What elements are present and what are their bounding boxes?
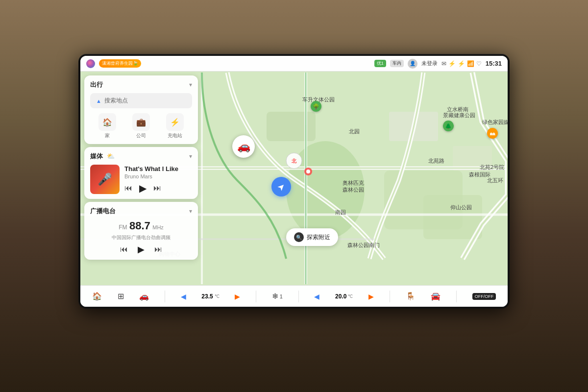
- left-arrow-button[interactable]: ◀: [181, 293, 186, 300]
- radio-frequency-value: 88.7: [129, 220, 150, 232]
- screen-bezel: 潇湘曾府养生园🍃 优1 车内 👤 未登录 ✉ ⚡ ⚡ 📶 ♡ 15:31: [78, 54, 510, 309]
- radio-play-button[interactable]: ▶: [138, 244, 145, 255]
- charge-icon: ⚡: [166, 113, 184, 131]
- search-icon: ▲: [96, 98, 101, 104]
- signal-icon: 📶: [467, 60, 474, 67]
- radio-station-name: 中国国际广播电台劲曲调频: [90, 234, 192, 241]
- car-mode-button[interactable]: 🚘: [431, 292, 441, 301]
- right-arrow-ac-icon: ▶: [235, 293, 240, 300]
- left-arrow-icon: ◀: [181, 293, 186, 300]
- shortcut-charge[interactable]: ⚡ 充电站: [166, 113, 184, 139]
- right-arrow-rear-button[interactable]: ▶: [368, 293, 374, 300]
- onoff-button[interactable]: OFF/OFF: [472, 293, 496, 300]
- map-label-greenvillage: 绿色家园媒体村: [482, 119, 508, 126]
- shortcut-charge-label: 充电站: [168, 132, 182, 139]
- left-arrow-rear-button[interactable]: ◀: [314, 293, 319, 300]
- media-prev-button[interactable]: ⏮: [124, 184, 132, 193]
- car-bottom-icon: 🚗: [139, 292, 149, 301]
- user-login-status[interactable]: 未登录: [421, 60, 438, 67]
- status-left: 潇湘曾府养生园🍃: [86, 59, 141, 68]
- fan-button[interactable]: ❄ 1: [272, 292, 283, 301]
- radio-card: 广播电台 ▾ FM 88.7 MHz 中国国际广播电台劲曲调频 ⏮ ▶ ⏭: [84, 202, 198, 260]
- grid-icon: ⊞: [118, 292, 124, 301]
- right-arrow-rear-icon: ▶: [368, 293, 374, 300]
- search-place-button[interactable]: ▲ 搜索地点: [90, 93, 192, 108]
- ac-temp-unit: ℃: [215, 294, 220, 299]
- priority-badge: 优1: [374, 60, 386, 67]
- media-info: That's What I Like Bruno Mars ⏮ ▶ ⏭: [124, 165, 192, 194]
- status-bar: 潇湘曾府养生园🍃 优1 车内 👤 未登录 ✉ ⚡ ⚡ 📶 ♡ 15:31: [80, 56, 508, 72]
- divider-2: [256, 291, 256, 302]
- left-arrow-rear-icon: ◀: [314, 293, 319, 300]
- media-play-button[interactable]: ▶: [139, 182, 147, 194]
- shortcut-home[interactable]: 🏠 家: [98, 113, 116, 139]
- svg-text:北: 北: [291, 158, 297, 164]
- screen: 潇湘曾府养生园🍃 优1 车内 👤 未登录 ✉ ⚡ ⚡ 📶 ♡ 15:31: [80, 56, 508, 307]
- user-avatar[interactable]: 👤: [408, 59, 417, 69]
- map-label-beiyuan: 北园: [349, 128, 360, 135]
- media-controls: ⏮ ▶ ⏭: [124, 182, 192, 194]
- map-label-beiyuanlu: 北苑路: [428, 157, 444, 165]
- radio-prev-button[interactable]: ⏮: [120, 245, 128, 254]
- heart-icon: ♡: [476, 60, 482, 67]
- map-label-jinghealthpark: 景藏健康公园: [443, 112, 475, 119]
- interior-badge: 车内: [390, 60, 404, 67]
- nav-card-title: 出行: [90, 80, 103, 89]
- track-artist: Bruno Mars: [124, 173, 192, 179]
- radio-next-button[interactable]: ⏭: [154, 245, 162, 254]
- radio-card-header: 广播电台 ▾: [90, 207, 192, 216]
- home-icon: 🏠: [98, 113, 116, 131]
- nav-card-chevron-icon[interactable]: ▾: [189, 81, 192, 88]
- album-art: 🎤: [90, 165, 120, 194]
- media-card-chevron-icon[interactable]: ▾: [189, 153, 192, 160]
- media-card-title: 媒体 ⛅: [90, 152, 115, 161]
- grid-nav-button[interactable]: ⊞: [118, 292, 124, 301]
- album-art-figure-icon: 🎤: [98, 172, 112, 186]
- status-icons: ✉ ⚡ ⚡ 📶 ♡: [441, 60, 482, 67]
- fan-level: 1: [280, 294, 283, 299]
- car-nav-button[interactable]: 🚗: [139, 292, 149, 301]
- radio-controls: ⏮ ▶ ⏭: [90, 244, 192, 255]
- poi-jinghealthpark: 🌲: [443, 121, 454, 131]
- media-next-button[interactable]: ⏭: [153, 184, 161, 193]
- map-label-nanyuan: 南园: [335, 209, 346, 216]
- divider-3: [298, 291, 299, 302]
- rear-temp-value: 20.0: [335, 293, 346, 300]
- media-card: 媒体 ⛅ ▾ 🎤 That's What I Like Bruno Mars: [84, 147, 198, 199]
- bottom-bar: 🏠 ⊞ 🚗 ◀ 23.5 ℃ ▶: [80, 285, 508, 307]
- divider-5: [456, 291, 457, 302]
- svg-rect-3: [267, 112, 316, 141]
- map-vehicle-icon: 🚗: [232, 135, 255, 158]
- explore-nearby-label: 探索附近: [307, 233, 330, 242]
- home-bottom-icon: 🏠: [92, 292, 102, 301]
- poi-chesheng: 🌳: [311, 101, 321, 112]
- right-arrow-ac-button[interactable]: ▶: [235, 293, 240, 300]
- map-label-olympic: 奥林匹克森林公园: [343, 179, 364, 194]
- nav-card-header: 出行 ▾: [90, 80, 192, 89]
- svg-rect-4: [423, 195, 482, 239]
- explore-nearby-button[interactable]: 🔍 探索附近: [286, 228, 338, 246]
- search-label: 搜索地点: [104, 97, 128, 105]
- radio-frequency-display: FM 88.7 MHz: [90, 220, 192, 232]
- home-nav-button[interactable]: 🏠: [92, 292, 102, 301]
- media-title-text: 媒体: [90, 152, 103, 160]
- mail-icon: ✉: [441, 60, 446, 67]
- radio-mhz-label: MHz: [152, 224, 164, 230]
- nav-shortcuts: 🏠 家 💼 公司 ⚡ 充电站: [90, 113, 192, 139]
- media-card-header: 媒体 ⛅ ▾: [90, 152, 192, 161]
- promo-banner[interactable]: 潇湘曾府养生园🍃: [99, 59, 141, 68]
- media-content: 🎤 That's What I Like Bruno Mars ⏮ ▶ ⏭: [90, 165, 192, 194]
- seat-button[interactable]: 🪑: [406, 292, 416, 301]
- navigation-arrow-icon: ➤: [271, 177, 291, 196]
- status-right: 优1 车内 👤 未登录 ✉ ⚡ ⚡ 📶 ♡ 15:31: [374, 59, 502, 69]
- radio-card-chevron-icon[interactable]: ▾: [189, 208, 192, 215]
- divider-4: [390, 291, 390, 302]
- shortcut-work-label: 公司: [136, 132, 146, 139]
- rear-temp-unit: ℃: [348, 294, 353, 299]
- map-label-beiyuan2: 北苑2号院: [480, 164, 504, 171]
- ac-temp-value: 23.5: [201, 293, 213, 300]
- map-label-sengen: 森根国际: [469, 171, 490, 178]
- shortcut-work[interactable]: 💼 公司: [132, 113, 150, 139]
- track-title: That's What I Like: [124, 165, 192, 172]
- radio-card-title: 广播电台: [90, 207, 116, 216]
